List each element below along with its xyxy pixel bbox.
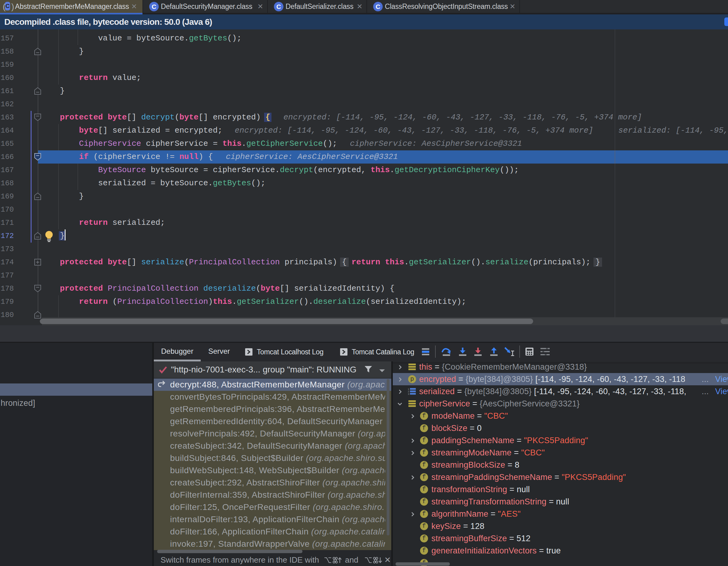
svg-text:3: 3 bbox=[408, 393, 409, 395]
